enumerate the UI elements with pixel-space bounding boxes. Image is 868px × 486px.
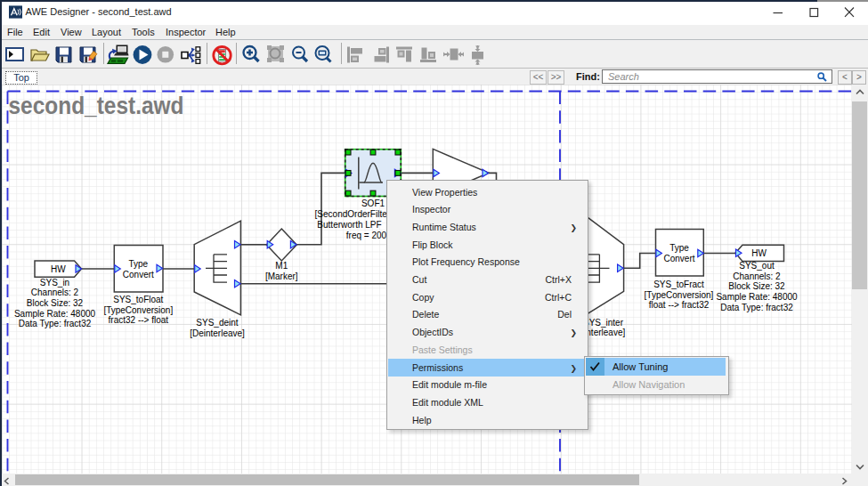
svg-text:fract32 --> float: fract32 --> float [109,315,169,325]
svg-text:[Marker]: [Marker] [265,271,298,281]
svg-text:Channels: 2: Channels: 2 [733,271,781,281]
svg-text:SYS_inter: SYS_inter [583,318,624,328]
svg-text:Type: Type [669,243,689,253]
svg-text:Data Type: fract32: Data Type: fract32 [720,303,793,312]
svg-text:Channels: 2: Channels: 2 [31,288,79,297]
svg-text:Data Type: fract32: Data Type: fract32 [19,319,92,328]
svg-text:Butterworth LPF: Butterworth LPF [317,220,381,230]
svg-text:Convert: Convert [123,270,154,279]
svg-text:Block Size: 32: Block Size: 32 [728,281,785,291]
svg-text:M1: M1 [275,261,288,271]
svg-text:SOF1: SOF1 [361,198,385,208]
svg-text:SYS_toFract: SYS_toFract [653,279,704,289]
svg-text:Convert: Convert [663,254,694,263]
svg-text:SYS_toFloat: SYS_toFloat [113,295,163,304]
svg-text:Block Size: 32: Block Size: 32 [27,298,84,308]
svg-text:HW: HW [751,248,767,258]
svg-text:[Deinterleave]: [Deinterleave] [190,328,245,338]
svg-text:HW: HW [51,264,66,274]
svg-text:second_test.awd: second_test.awd [9,91,184,119]
svg-text:float --> fract32: float --> fract32 [649,300,710,310]
svg-text:Sample Rate: 48000: Sample Rate: 48000 [716,292,798,302]
svg-text:SYS_out: SYS_out [739,261,775,271]
svg-text:[TypeConversion]: [TypeConversion] [645,290,714,300]
svg-text:Sample Rate: 48000: Sample Rate: 48000 [14,309,96,319]
svg-text:SYS_deint: SYS_deint [196,318,238,328]
svg-text:SYS_in: SYS_in [40,278,69,288]
svg-text:Type: Type [128,259,148,269]
svg-text:[TypeConversion]: [TypeConversion] [103,305,173,315]
